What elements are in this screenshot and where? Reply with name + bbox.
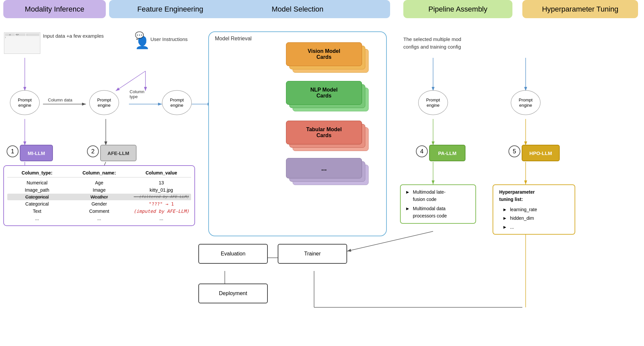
chat-bubble-icon: 💬 [135, 31, 144, 40]
number-1: 1 [7, 145, 19, 157]
col-type-header: Column_type: [7, 170, 67, 175]
prompt-engine-5: Prompt engine [511, 90, 541, 115]
header-feature-label: Feature Engineering [137, 5, 203, 14]
number-5: 5 [508, 145, 520, 157]
table-row-filtered: Categorical Weather ← (filtered by AFE-L… [7, 194, 191, 200]
nlp-card-front: NLP Model Cards [286, 81, 362, 105]
table-row-dots: ... ... ... [7, 215, 191, 222]
afe-llm-box: AFE-LLM [100, 145, 137, 161]
pa-info-box: ► Multimodal late- fusion code ► Multimo… [400, 184, 476, 224]
col-name-header: Column_name: [69, 170, 129, 175]
svg-line-9 [116, 71, 145, 91]
user-instructions-label: User Instructions [150, 36, 188, 43]
pa-llm-box: PA-LLM [429, 145, 465, 161]
input-data-label: Input data +a few examples [43, 32, 104, 39]
table-area: Column_type: Column_name: Column_value N… [3, 165, 195, 226]
hpo-llm-box: HPO-LLM [522, 145, 560, 161]
col-value-header: Column_value [132, 170, 191, 175]
header-modality: Modality Inference [3, 0, 106, 18]
mi-llm-box: MI-LLM [20, 145, 53, 161]
deployment-box: Deployment [198, 284, 268, 303]
tabular-card-front: Tabular Model Cards [286, 121, 362, 144]
table-row: Numerical Age 13 [7, 179, 191, 186]
header-model-label: Model Selection [272, 5, 324, 14]
header-model: Model Selection [205, 0, 390, 18]
prompt-engine-3: Prompt engine [162, 90, 192, 115]
number-2: 2 [87, 145, 99, 157]
hyperparameter-list-label: Hyperparameter tuning list: [499, 188, 569, 203]
header-pipeline-label: Pipeline Assembly [428, 5, 488, 14]
prompt-engine-4: Prompt engine [418, 90, 448, 115]
table-row: Image_path Image kitty_01.jpg [7, 186, 191, 194]
model-retrieval-label: Model Retrieval [215, 36, 252, 42]
vision-card-front: Vision Model Cards [286, 42, 362, 66]
header-hyperparameter: Hyperparameter Tuning [522, 0, 638, 18]
table-row: Text Comment (imputed by AFE-LLM) [7, 208, 191, 215]
table-row: Categorical Gender "???" → 1 [7, 200, 191, 208]
number-4: 4 [416, 145, 428, 157]
prompt-engine-2: Prompt engine [89, 90, 119, 115]
prompt-engine-1: Prompt engine [10, 90, 40, 115]
selected-configs-label: The selected multiple mod configs and tr… [403, 36, 461, 51]
column-type-label: Column type [130, 89, 144, 99]
header-hyperparameter-label: Hyperparameter Tuning [542, 5, 618, 14]
hpo-info-box: Hyperparameter tuning list: ► learning_r… [493, 184, 575, 235]
evaluation-box: Evaluation [198, 244, 268, 264]
column-data-label: Column data [48, 97, 72, 102]
other-card-front: ... [286, 158, 362, 178]
header-pipeline: Pipeline Assembly [403, 0, 512, 18]
table-header: Column_type: Column_name: Column_value [7, 169, 191, 177]
header-modality-label: Modality Inference [25, 5, 84, 14]
input-data-box: id age ... 1 [4, 32, 40, 54]
trainer-box: Trainer [278, 244, 347, 264]
